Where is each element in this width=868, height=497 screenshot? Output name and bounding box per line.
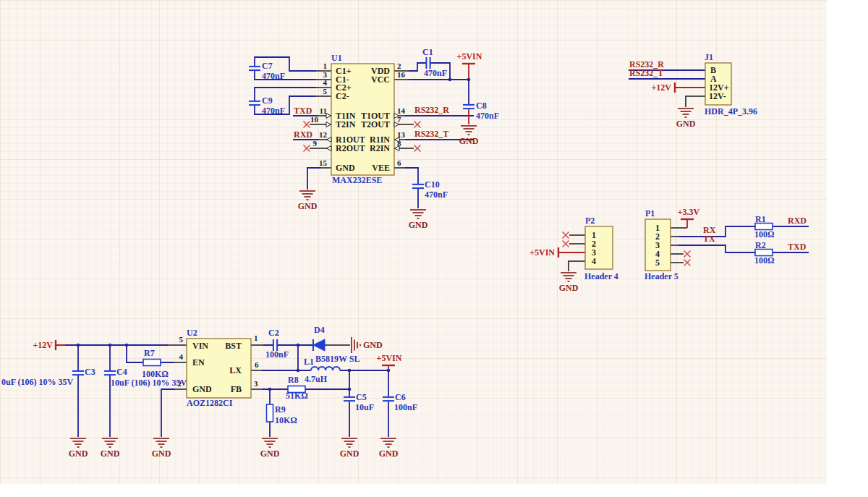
junction-dot [387, 369, 391, 373]
net-label-rs232-t[interactable]: RS232_T [629, 68, 663, 78]
junction-dot [268, 388, 272, 391]
power-label: +3.3V [678, 207, 700, 217]
net-label-rxd[interactable]: RXD [294, 129, 312, 140]
u1-designator[interactable]: U1 [331, 53, 342, 63]
capacitor-designator: C8 [476, 101, 487, 111]
u2-pin-name: BST [225, 341, 242, 351]
p2-body[interactable] [585, 226, 613, 269]
capacitor-designator: C6 [395, 392, 406, 402]
u1-pin-number: 11 [320, 106, 327, 115]
capacitor-value: 100nF [394, 402, 417, 412]
p1-designator[interactable]: P1 [645, 208, 655, 218]
gnd-label: GND [363, 340, 383, 350]
capacitor-designator: C7 [262, 61, 273, 71]
power-label: +5VIN [529, 247, 555, 258]
resistor-value: 100Ω [754, 255, 775, 266]
junction-dot [297, 369, 300, 373]
capacitor-designator: C1 [422, 47, 433, 57]
capacitor-value: 470nF [424, 68, 447, 78]
junction-dot [448, 78, 452, 82]
resistor-designator: R8 [288, 375, 299, 385]
diode-value: B5819W SL [315, 354, 359, 364]
gnd-label: GND [379, 449, 399, 459]
junction-dot [125, 344, 129, 347]
resistor-designator: R9 [275, 404, 286, 415]
junction-dot [348, 369, 352, 373]
resistor-value: 51KΩ [286, 391, 308, 401]
net-label-txd[interactable]: TXD [294, 106, 312, 116]
resistor-designator: R2 [755, 240, 766, 250]
u1-pin-number: 14 [397, 106, 406, 115]
u2-designator[interactable]: U2 [187, 328, 197, 338]
gnd-label: GND [152, 449, 171, 459]
u2-pin-name: FB [231, 384, 242, 394]
u1-pin-number: 9 [313, 139, 318, 148]
u2-pin-number: 5 [179, 335, 184, 344]
u2-pin-number: 1 [254, 334, 258, 342]
p1-pin-name: 5 [655, 258, 660, 268]
u2-pin-name: EN [192, 357, 205, 368]
power-port-12v[interactable]: +12V [33, 340, 56, 350]
u1-pin-name: VCC [371, 75, 390, 85]
capacitor-value: 470nF [476, 111, 499, 121]
j1-part-number[interactable]: HDR_4P_3.96 [705, 106, 757, 116]
net-label-rs232-t[interactable]: RS232_T [414, 129, 448, 139]
net-label-txd[interactable]: TXD [788, 242, 807, 252]
u1-pin-number: 2 [397, 61, 401, 70]
u2-part-number[interactable]: AOZ1282CI [187, 398, 233, 408]
junction-dot [77, 344, 80, 347]
resistor-symbol [143, 360, 161, 366]
u1-pin-number: 15 [319, 158, 328, 167]
inductor-designator: L1 [304, 357, 314, 367]
gnd-label: GND [559, 283, 579, 293]
resistor-value: 100Ω [754, 229, 775, 239]
capacitor-designator: C9 [262, 95, 273, 106]
power-label: +5VIN [457, 51, 482, 61]
p2-pin-name: 4 [592, 256, 596, 266]
p1-part-number[interactable]: Header 5 [644, 271, 678, 281]
gnd-label: GND [676, 119, 696, 129]
capacitor-value: 10uF [355, 402, 374, 412]
resistor-symbol [267, 404, 273, 422]
junction-dot [348, 388, 352, 391]
net-label-rs232-r[interactable]: RS232_R [414, 105, 449, 115]
p2-designator[interactable]: P2 [585, 216, 595, 226]
power-label: +5VIN [377, 353, 402, 363]
schematic-editor-viewport: U1 MAX232ESE C1+ C1- C2+ C2- T1IN T2IN R… [0, 0, 868, 497]
capacitor-designator: C2 [268, 328, 279, 338]
junction-dot [467, 78, 471, 82]
u2-pin-name: VIN [192, 341, 208, 351]
resistor-designator: R7 [144, 348, 155, 358]
power-port-5vin[interactable]: +5VIN [529, 247, 558, 258]
capacitor-value: 470nF [425, 190, 448, 200]
u1-part-number[interactable]: MAX232ESE [332, 175, 382, 185]
capacitor-value: 10uF (106) 10% 35V [111, 378, 187, 388]
capacitor-value: 0uF (106) 10% 35V [1, 377, 74, 387]
schematic-canvas[interactable]: U1 MAX232ESE C1+ C1- C2+ C2- T1IN T2IN R… [0, 0, 868, 497]
gnd-label: GND [298, 201, 318, 211]
u1-pin-number: 6 [397, 158, 401, 167]
gnd-label: GND [101, 449, 120, 459]
u1-pin-name: R2IN [370, 143, 390, 153]
net-label-rxd[interactable]: RXD [788, 216, 807, 226]
p2-part-number[interactable]: Header 4 [584, 271, 618, 281]
u1-pin-name: VEE [372, 163, 390, 173]
junction-dot [297, 344, 300, 347]
power-label: +12V [651, 82, 671, 93]
u1-pin-number: 5 [323, 87, 328, 95]
net-label-tx[interactable]: TX [703, 234, 715, 244]
resistor-value: 10KΩ [275, 415, 297, 425]
u1-pin-name: R2OUT [336, 143, 365, 153]
gnd-label: GND [260, 449, 280, 459]
resistor-designator: R1 [755, 214, 766, 224]
gnd-label: GND [69, 449, 88, 459]
resistor-value: 100KΩ [142, 369, 169, 379]
j1-designator[interactable]: J1 [705, 52, 713, 62]
u2-pin-number: 6 [255, 360, 259, 369]
capacitor-designator: C4 [116, 367, 127, 377]
j1-pin-name: 12V- [709, 91, 726, 101]
u2-pin-number: 4 [179, 352, 184, 361]
u1-pin-name: T2IN [336, 119, 356, 129]
gnd-label: GND [340, 449, 359, 459]
u1-pin-name: GND [336, 163, 355, 173]
